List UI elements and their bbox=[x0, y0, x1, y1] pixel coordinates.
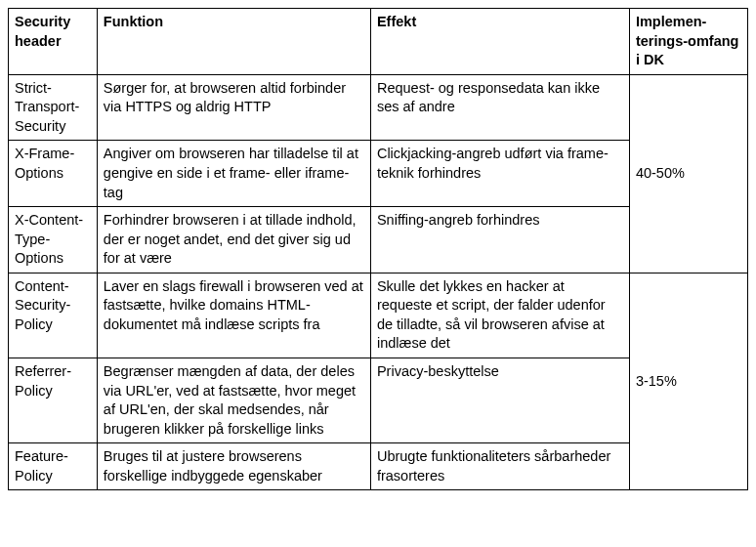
table-header-row: Security header Funktion Effekt Implemen… bbox=[9, 9, 748, 75]
cell-effekt: Clickjacking-angreb udført via frame-tek… bbox=[370, 141, 629, 207]
cell-funktion: Laver en slags firewall i browseren ved … bbox=[97, 273, 370, 358]
cell-effekt: Skulle det lykkes en hacker at requeste … bbox=[370, 273, 629, 358]
cell-effekt: Privacy-beskyttelse bbox=[370, 358, 629, 443]
security-headers-table: Security header Funktion Effekt Implemen… bbox=[8, 8, 748, 490]
cell-effekt: Ubrugte funktionaliteters sårbarheder fr… bbox=[370, 443, 629, 490]
table-row: Content-Security-Policy Laver en slags f… bbox=[9, 273, 748, 358]
cell-header: Feature-Policy bbox=[9, 443, 98, 490]
col-funktion: Funktion bbox=[97, 9, 370, 75]
cell-funktion: Bruges til at justere browserens forskel… bbox=[97, 443, 370, 490]
cell-funktion: Sørger for, at browseren altid forbinder… bbox=[97, 74, 370, 141]
cell-header: X-Content-Type-Options bbox=[9, 207, 98, 274]
col-security-header: Security header bbox=[9, 9, 98, 75]
cell-effekt: Sniffing-angreb forhindres bbox=[370, 207, 629, 274]
col-implementering: Implemen-terings-omfang i DK bbox=[629, 9, 747, 75]
cell-header: Content-Security-Policy bbox=[9, 273, 98, 358]
cell-effekt: Request- og responsedata kan ikke ses af… bbox=[370, 74, 629, 141]
cell-funktion: Angiver om browseren har tilladelse til … bbox=[97, 141, 370, 207]
cell-header: X-Frame-Options bbox=[9, 141, 98, 207]
cell-funktion: Forhindrer browseren i at tillade indhol… bbox=[97, 207, 370, 274]
cell-scope: 40-50% bbox=[629, 74, 747, 273]
cell-header: Strict-Transport-Security bbox=[9, 74, 98, 141]
col-effekt: Effekt bbox=[370, 9, 629, 75]
cell-header: Referrer-Policy bbox=[9, 358, 98, 443]
table-row: Strict-Transport-Security Sørger for, at… bbox=[9, 74, 748, 141]
cell-funktion: Begrænser mængden af data, der deles via… bbox=[97, 358, 370, 443]
cell-scope: 3-15% bbox=[629, 273, 747, 490]
